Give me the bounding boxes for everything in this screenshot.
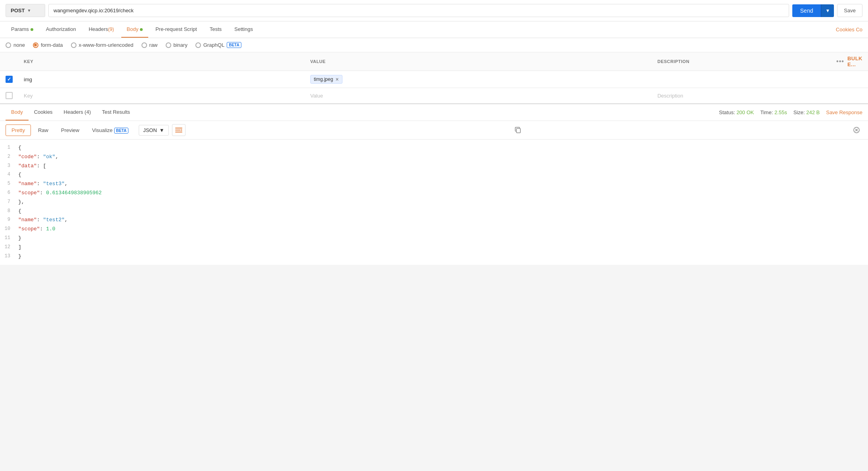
url-bar: POST ▼ Send ▼ Save xyxy=(0,0,868,21)
method-label: POST xyxy=(11,8,25,13)
radio-urlencoded[interactable] xyxy=(71,42,76,48)
row1-checkbox[interactable] xyxy=(6,76,13,83)
radio-none[interactable] xyxy=(6,42,11,48)
fmt-tab-pretty[interactable]: Pretty xyxy=(6,124,31,136)
json-line: 2"code": "ok", xyxy=(0,153,868,162)
tab-headers[interactable]: Headers(9) xyxy=(83,21,120,38)
body-type-selector: none form-data x-www-form-urlencoded raw… xyxy=(0,38,868,52)
json-line: 8 { xyxy=(0,207,868,216)
body-type-form-data[interactable]: form-data xyxy=(33,42,63,48)
graphql-beta-badge: BETA xyxy=(227,42,241,48)
json-line: 1{ xyxy=(0,144,868,153)
json-line: 7 }, xyxy=(0,198,868,207)
more-options-icon[interactable]: ••• xyxy=(836,58,844,65)
params-dot xyxy=(31,28,33,31)
format-bar: Pretty Raw Preview Visualize BETA JSON ▼ xyxy=(0,121,868,140)
row1-filename: timg.jpeg xyxy=(314,77,333,82)
tab-prerequest[interactable]: Pre-request Script xyxy=(150,21,203,38)
save-response-button[interactable]: Save Response xyxy=(826,109,862,115)
row1-value-cell: timg.jpeg × xyxy=(305,71,652,88)
radio-form-data[interactable] xyxy=(33,42,38,48)
fmt-tab-preview[interactable]: Preview xyxy=(55,125,85,136)
tab-authorization[interactable]: Authorization xyxy=(40,21,82,38)
svg-rect-2 xyxy=(175,132,182,132)
th-actions: ••• Bulk E... xyxy=(831,52,868,71)
wrap-button[interactable] xyxy=(172,124,185,136)
svg-rect-1 xyxy=(175,130,181,130)
svg-rect-3 xyxy=(516,128,520,133)
method-select[interactable]: POST ▼ xyxy=(6,4,45,17)
status-label: Status: 200 OK xyxy=(719,109,754,115)
json-line: 6 "scope": 0.6134649838905962 xyxy=(0,189,868,198)
radio-graphql[interactable] xyxy=(195,42,201,48)
table-row: timg.jpeg × xyxy=(0,71,868,88)
cookies-link[interactable]: Cookies Co xyxy=(836,22,862,37)
row1-file-tag: timg.jpeg × xyxy=(310,75,342,84)
format-select[interactable]: JSON ▼ xyxy=(139,125,169,136)
json-line: 13} xyxy=(0,252,868,261)
json-viewer: 1{2"code": "ok",3"data": [4 {5 "name": "… xyxy=(0,140,868,265)
body-dot xyxy=(140,28,143,31)
body-type-graphql[interactable]: GraphQL BETA xyxy=(195,42,241,48)
json-line: 12 ] xyxy=(0,243,868,252)
row1-key-input[interactable] xyxy=(24,77,299,82)
row2-desc-cell xyxy=(652,88,831,103)
th-description: DESCRIPTION xyxy=(652,52,831,71)
send-button[interactable]: Send xyxy=(792,4,821,17)
response-tab-cookies[interactable]: Cookies xyxy=(29,104,58,121)
bulk-edit-button[interactable]: Bulk E... xyxy=(847,56,862,67)
copy-button[interactable] xyxy=(512,124,524,136)
time-label: Time: 2.55s xyxy=(760,109,787,115)
body-type-binary[interactable]: binary xyxy=(166,42,187,48)
response-tab-headers[interactable]: Headers (4) xyxy=(58,104,97,121)
save-button[interactable]: Save xyxy=(837,4,862,17)
json-line: 3"data": [ xyxy=(0,162,868,171)
body-type-urlencoded[interactable]: x-www-form-urlencoded xyxy=(71,42,134,48)
svg-rect-0 xyxy=(175,128,182,128)
radio-raw[interactable] xyxy=(141,42,147,48)
row2-value-cell xyxy=(305,88,652,103)
row2-key-cell xyxy=(18,88,305,103)
time-value: 2.55s xyxy=(774,109,787,115)
response-tabs-bar: Body Cookies Headers (4) Test Results St… xyxy=(0,104,868,121)
fmt-tab-visualize[interactable]: Visualize BETA xyxy=(86,125,134,136)
visualize-beta-badge: BETA xyxy=(114,128,128,134)
body-type-raw[interactable]: raw xyxy=(141,42,158,48)
size-value: 242 B xyxy=(806,109,820,115)
response-tab-body[interactable]: Body xyxy=(6,104,29,121)
request-tabs: Params Authorization Headers(9) Body Pre… xyxy=(0,21,868,38)
table-row xyxy=(0,88,868,103)
tab-settings[interactable]: Settings xyxy=(229,21,258,38)
row2-value-input[interactable] xyxy=(310,93,646,99)
tab-tests[interactable]: Tests xyxy=(204,21,227,38)
response-meta: Status: 200 OK Time: 2.55s Size: 242 B S… xyxy=(719,109,862,115)
row1-desc-input[interactable] xyxy=(658,77,825,82)
send-button-group: Send ▼ xyxy=(792,4,834,17)
json-line: 11 } xyxy=(0,234,868,243)
body-type-none[interactable]: none xyxy=(6,42,25,48)
json-line: 5 "name": "test3", xyxy=(0,180,868,189)
form-data-table: KEY VALUE DESCRIPTION ••• Bulk E... xyxy=(0,52,868,103)
response-section: Body Cookies Headers (4) Test Results St… xyxy=(0,103,868,265)
fmt-tab-raw[interactable]: Raw xyxy=(33,125,54,136)
tab-params[interactable]: Params xyxy=(6,21,39,38)
tab-body[interactable]: Body xyxy=(121,21,149,38)
row1-key-cell xyxy=(18,71,305,88)
clear-button[interactable] xyxy=(851,124,862,136)
response-tab-test-results[interactable]: Test Results xyxy=(96,104,136,121)
radio-binary[interactable] xyxy=(166,42,171,48)
th-checkbox xyxy=(0,52,18,71)
row2-desc-input[interactable] xyxy=(658,93,825,99)
send-dropdown-button[interactable]: ▼ xyxy=(821,4,834,17)
size-label: Size: 242 B xyxy=(793,109,820,115)
row1-remove-file-icon[interactable]: × xyxy=(335,76,338,82)
row2-key-input[interactable] xyxy=(24,93,299,99)
row2-actions xyxy=(831,88,868,103)
row2-checkbox[interactable] xyxy=(6,92,13,99)
row1-checkbox-cell xyxy=(0,71,18,88)
url-input[interactable] xyxy=(48,4,789,17)
row1-desc-cell xyxy=(652,71,831,88)
method-arrow: ▼ xyxy=(27,8,31,13)
status-value: 200 OK xyxy=(736,109,754,115)
json-line: 4 { xyxy=(0,170,868,180)
